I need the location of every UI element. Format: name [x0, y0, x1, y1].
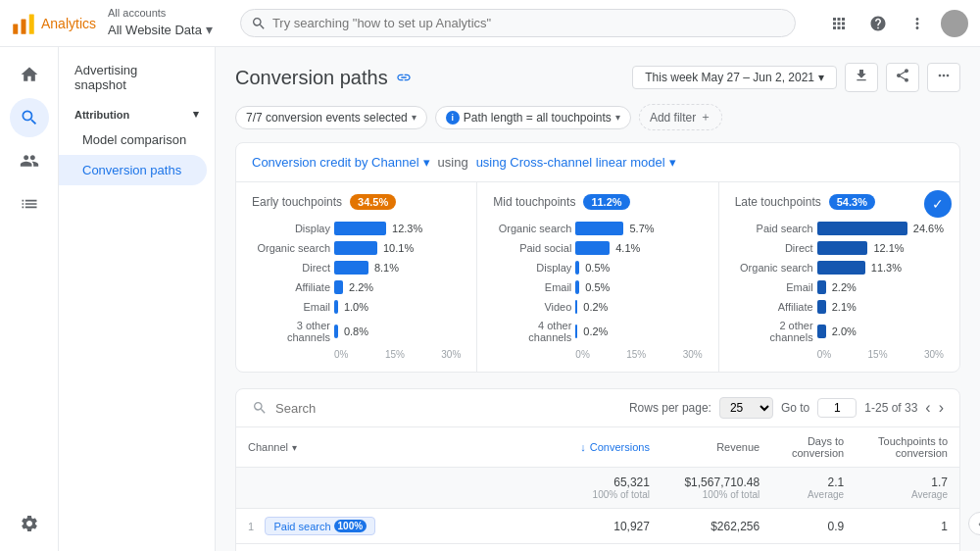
bar-wrap: 12.1% — [817, 241, 944, 255]
date-range-arrow: ▾ — [818, 71, 824, 84]
row1-revenue: $262,256 — [662, 509, 771, 544]
add-filter-button[interactable]: Add filter ＋ — [639, 104, 722, 130]
bar-row: Email 2.2% — [735, 280, 944, 294]
late-badge: 54.3% — [829, 194, 875, 210]
property-row[interactable]: All Website Data ▾ — [108, 21, 213, 40]
days-col-header[interactable]: Days toconversion — [771, 427, 856, 468]
bar-val: 5.7% — [629, 223, 654, 234]
nav-attribution-label: Attribution — [74, 109, 129, 121]
bar-wrap: 11.3% — [817, 261, 944, 275]
credit-channel-select[interactable]: Conversion credit by Channel ▾ — [252, 155, 430, 170]
channel-col-header[interactable]: Channel ▾ — [236, 427, 559, 468]
people-icon-btn[interactable] — [10, 141, 49, 180]
date-range-button[interactable]: This week May 27 – Jun 2, 2021 ▾ — [632, 66, 837, 89]
account-label: All accounts — [108, 6, 213, 21]
axis-30: 30% — [924, 349, 944, 360]
charts-header: Conversion credit by Channel ▾ using usi… — [236, 143, 959, 182]
totals-touchpoints-sub: Average — [867, 489, 948, 500]
axis-30: 30% — [683, 349, 703, 360]
credit-channel-arrow: ▾ — [423, 155, 430, 170]
mid-axis: 0% 15% 30% — [493, 349, 702, 360]
info-icon[interactable]: i — [446, 111, 460, 125]
search-icon-btn[interactable] — [10, 98, 49, 137]
bar-label: Affiliate — [735, 301, 813, 313]
left-nav: Advertising snapshot Attribution ▾ Model… — [59, 47, 216, 551]
conversion-events-filter[interactable]: 7/7 conversion events selected ▾ — [235, 106, 427, 129]
filter-bar: 7/7 conversion events selected ▾ i Path … — [235, 104, 960, 130]
late-touchpoints-title: Late touchpoints 54.3% — [735, 194, 944, 210]
conversion-events-arrow: ▾ — [412, 112, 416, 123]
axis-15: 15% — [868, 349, 888, 360]
bar-val: 0.2% — [583, 301, 608, 313]
bar-label: Email — [735, 281, 813, 293]
share-button[interactable] — [886, 63, 919, 92]
link-icon — [396, 70, 412, 85]
table-header-row: Channel ▾ ↓ Conversions Revenue — [236, 427, 959, 468]
help-button[interactable] — [862, 8, 894, 39]
model-select[interactable]: using Cross-channel linear model ▾ — [476, 155, 676, 170]
home-icon-btn[interactable] — [10, 55, 49, 94]
totals-days: 2.1 Average — [771, 468, 856, 509]
bar-wrap: 2.1% — [817, 300, 944, 314]
nav-attribution-collapse-icon: ▾ — [193, 108, 199, 121]
nav-advertising-snapshot[interactable]: Advertising snapshot — [59, 55, 207, 100]
bar-row-display: Display 12.3% — [252, 222, 461, 235]
bar — [817, 241, 868, 255]
nav-attribution-section[interactable]: Attribution ▾ — [59, 100, 215, 125]
nav-model-comparison[interactable]: Model comparison — [59, 125, 207, 155]
checkmark-button[interactable]: ✓ — [924, 190, 952, 218]
bar-wrap: 12.3% — [334, 222, 461, 235]
bar-wrap: 4.1% — [575, 241, 702, 255]
apps-button[interactable] — [823, 8, 855, 39]
table-search-icon — [252, 400, 268, 416]
axis-0: 0% — [817, 349, 831, 360]
bar-row: Paid search 24.6% — [735, 222, 944, 235]
add-filter-label: Add filter — [650, 111, 696, 125]
add-filter-plus-icon: ＋ — [700, 109, 711, 125]
axis-0: 0% — [575, 349, 589, 360]
bar-wrap: 0.5% — [575, 280, 702, 294]
totals-days-sub: Average — [783, 489, 844, 500]
table-toolbar: Rows per page: 2550100 Go to 1-25 of 33 … — [236, 389, 959, 427]
bar — [334, 261, 368, 275]
path-length-arrow: ▾ — [615, 112, 620, 123]
axis-0: 0% — [334, 349, 348, 360]
bar-wrap: 0.8% — [334, 325, 461, 338]
bar — [575, 222, 623, 235]
bar-label: Email — [252, 301, 330, 313]
page-number-input[interactable] — [817, 398, 857, 418]
rows-per-page-select[interactable]: 2550100 — [719, 397, 773, 419]
page-header-right: This week May 27 – Jun 2, 2021 ▾ — [632, 63, 960, 92]
property-dropdown-icon: ▾ — [206, 21, 213, 40]
totals-channel — [236, 468, 559, 509]
prev-page-button[interactable]: ‹ — [925, 399, 930, 417]
channel-filter-icon: ▾ — [292, 442, 297, 453]
list-icon-btn[interactable] — [10, 184, 49, 224]
row1-conversions: 10,927 — [559, 509, 662, 544]
bar — [334, 300, 338, 314]
search-input[interactable] — [240, 9, 796, 37]
axis-30: 30% — [441, 349, 461, 360]
export-button[interactable] — [845, 63, 878, 92]
touchpoints-col-header[interactable]: Touchpoints toconversion — [856, 427, 959, 468]
next-page-button[interactable]: › — [939, 399, 944, 417]
totals-days-value: 2.1 — [783, 476, 844, 489]
conversions-col-header[interactable]: ↓ Conversions — [559, 427, 662, 468]
more-options-button[interactable] — [902, 8, 933, 39]
bar-label: Email — [493, 281, 571, 293]
early-axis: 0% 15% 30% — [252, 349, 461, 360]
path-length-filter[interactable]: i Path length = all touchpoints ▾ — [435, 106, 631, 129]
settings-icon-btn[interactable] — [10, 504, 49, 543]
revenue-col-header[interactable]: Revenue — [662, 427, 771, 468]
row2-days: 0.8 — [771, 544, 856, 552]
bar-label: 3 other channels — [252, 320, 330, 343]
totals-touchpoints: 1.7 Average — [856, 468, 959, 509]
nav-conversion-paths[interactable]: Conversion paths — [59, 155, 207, 185]
table-search-input[interactable] — [275, 401, 452, 416]
bar-row: 2 other channels 2.0% — [735, 320, 944, 343]
row2-revenue: $209,805 — [662, 544, 771, 552]
user-avatar[interactable] — [941, 10, 968, 37]
sidebar-icons — [0, 47, 59, 551]
more-button[interactable] — [927, 63, 960, 92]
bar-val: 0.8% — [344, 326, 368, 337]
